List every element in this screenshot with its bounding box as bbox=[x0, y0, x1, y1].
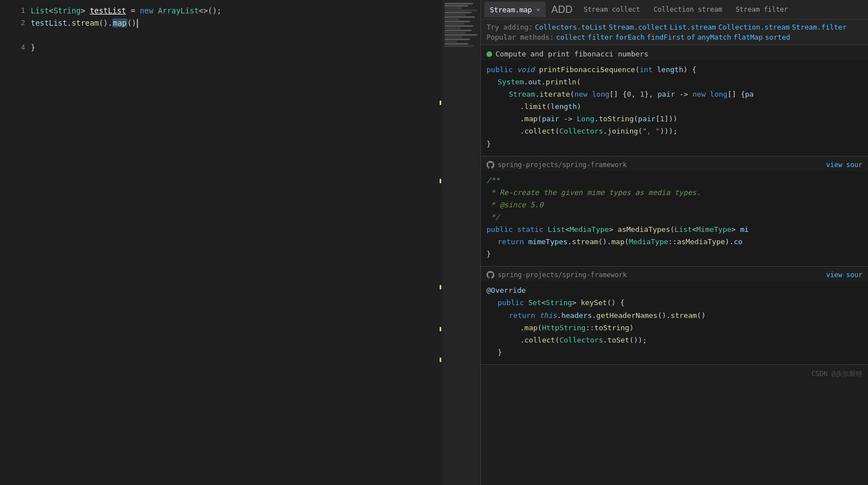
sugg-stream-filter[interactable]: Stream.filter bbox=[792, 23, 847, 31]
tab-stream-collect-label: Stream collect bbox=[584, 6, 640, 13]
search-panel: Stream.map × ADD Stream collect Collecti… bbox=[480, 0, 868, 485]
result-header-spring2: spring-projects/spring-framework view so… bbox=[481, 267, 868, 281]
sugg-list-stream[interactable]: List.stream bbox=[670, 23, 716, 31]
editor-panel: 1 List<String> testList = new ArrayList<… bbox=[0, 0, 480, 485]
result-block-spring2: spring-projects/spring-framework view so… bbox=[481, 267, 868, 365]
popular-methods-label: Popular methods: bbox=[487, 33, 554, 41]
repo-name-spring1: spring-projects/spring-framework bbox=[498, 161, 627, 169]
code-text-1: List<String> testList = new ArrayList<>(… bbox=[31, 4, 221, 17]
editor-content: 1 List<String> testList = new ArrayList<… bbox=[0, 0, 480, 58]
sugg-findfirst[interactable]: findFirst bbox=[647, 33, 685, 41]
sugg-filter[interactable]: filter bbox=[588, 33, 613, 41]
tab-collection-stream[interactable]: Collection stream bbox=[648, 2, 728, 17]
popular-methods-row: Popular methods: collect filter forEach … bbox=[487, 33, 862, 41]
sp1-line-4: */ bbox=[487, 211, 862, 224]
sp2-line-4: .map(HttpString::toString) bbox=[487, 322, 862, 334]
scroll-indicator-2 bbox=[440, 179, 441, 183]
add-tab-button[interactable]: ADD bbox=[548, 4, 576, 15]
result-title-fibonacci: Compute and print fibonacci numbers bbox=[495, 50, 648, 58]
sp2-line-6: } bbox=[487, 346, 862, 359]
sugg-foreach[interactable]: forEach bbox=[615, 33, 645, 41]
fib-line-7: } bbox=[487, 138, 862, 150]
sugg-sorted[interactable]: sorted bbox=[765, 33, 790, 41]
sugg-flatmap[interactable]: flatMap bbox=[733, 33, 763, 41]
sugg-collect[interactable]: collect bbox=[556, 33, 585, 41]
result-header-spring1: spring-projects/spring-framework view so… bbox=[481, 156, 868, 171]
tab-stream-collect[interactable]: Stream collect bbox=[578, 2, 646, 17]
sp2-line-3: return this.headers.getHeaderNames().str… bbox=[487, 310, 862, 322]
sugg-of[interactable]: of bbox=[687, 33, 695, 41]
code-line-1: 1 List<String> testList = new ArrayList<… bbox=[0, 4, 480, 17]
watermark: CSDN @步尔斯特 bbox=[481, 365, 868, 383]
github-icon-1 bbox=[487, 161, 494, 169]
code-line-3 bbox=[0, 29, 480, 41]
sp1-line-6: return mimeTypes.stream().map(MediaType:… bbox=[487, 236, 862, 248]
fib-line-4: .limit(length) bbox=[487, 101, 862, 113]
scroll-indicator-4 bbox=[440, 327, 441, 331]
tabs-row: Stream.map × ADD Stream collect Collecti… bbox=[481, 0, 868, 20]
sp2-line-2: public Set<String> keySet() { bbox=[487, 297, 862, 309]
green-dot-fibonacci bbox=[487, 51, 492, 57]
fib-line-5: .map(pair -> Long.toString(pair[1])) bbox=[487, 113, 862, 125]
sugg-stream-collect[interactable]: Stream.collect bbox=[609, 23, 667, 31]
scroll-indicator-3 bbox=[440, 285, 441, 289]
suggestions-area: Try adding: Collectors.toList Stream.col… bbox=[481, 20, 868, 45]
view-source-spring2[interactable]: view sour bbox=[826, 271, 862, 279]
sugg-anymatch[interactable]: anyMatch bbox=[698, 33, 731, 41]
sp2-line-1: @Override bbox=[487, 284, 862, 297]
code-text-4: } bbox=[31, 41, 35, 54]
tab-stream-map-close[interactable]: × bbox=[536, 6, 540, 13]
sp1-line-7: } bbox=[487, 248, 862, 260]
line-number-1: 1 bbox=[6, 4, 25, 17]
sp1-line-1: /** bbox=[487, 174, 862, 187]
sp1-line-2: * Re-create the given mime types as medi… bbox=[487, 187, 862, 199]
fib-line-1: public void printFibonacciSequence(int l… bbox=[487, 64, 862, 76]
github-icon-2 bbox=[487, 271, 494, 279]
code-line-2: 2 testList.stream().map() bbox=[0, 17, 480, 29]
line-number-4: 4 bbox=[6, 41, 25, 54]
scroll-indicator-1 bbox=[440, 101, 441, 105]
try-adding-row: Try adding: Collectors.toList Stream.col… bbox=[487, 23, 862, 31]
fib-line-2: System.out.println( bbox=[487, 76, 862, 88]
sp1-line-5: public static List<MediaType> asMediaTyp… bbox=[487, 224, 862, 236]
code-line-4: 4 } bbox=[0, 41, 480, 54]
line-number-2: 2 bbox=[6, 17, 25, 29]
minimap bbox=[442, 0, 480, 485]
view-source-spring1[interactable]: view sour bbox=[826, 161, 862, 169]
tab-stream-map[interactable]: Stream.map × bbox=[484, 2, 546, 17]
try-adding-label: Try adding: bbox=[487, 23, 533, 31]
sp2-line-5: .collect(Collectors.toSet()); bbox=[487, 334, 862, 346]
results-area[interactable]: Compute and print fibonacci numbers publ… bbox=[481, 45, 868, 485]
sp1-line-3: * @since 5.0 bbox=[487, 199, 862, 211]
scroll-indicator-5 bbox=[440, 358, 441, 362]
tab-collection-stream-label: Collection stream bbox=[654, 6, 722, 13]
fib-line-3: Stream.iterate(new long[] {0, 1}, pair -… bbox=[487, 88, 862, 101]
sugg-collectors-tolist[interactable]: Collectors.toList bbox=[535, 23, 607, 31]
repo-name-spring2: spring-projects/spring-framework bbox=[498, 271, 627, 279]
tab-stream-filter-label: Stream filter bbox=[736, 6, 788, 13]
code-block-spring2: @Override public Set<String> keySet() { … bbox=[481, 281, 868, 364]
fib-line-6: .collect(Collectors.joining(", "))); bbox=[487, 125, 862, 137]
tab-stream-filter[interactable]: Stream filter bbox=[730, 2, 794, 17]
code-block-fibonacci: public void printFibonacciSequence(int l… bbox=[481, 60, 868, 156]
result-header-fibonacci: Compute and print fibonacci numbers bbox=[481, 45, 868, 60]
result-block-spring1: spring-projects/spring-framework view so… bbox=[481, 156, 868, 267]
sugg-collection-stream[interactable]: Collection.stream bbox=[718, 23, 790, 31]
code-block-spring1: /** * Re-create the given mime types as … bbox=[481, 171, 868, 267]
result-block-fibonacci: Compute and print fibonacci numbers publ… bbox=[481, 45, 868, 156]
code-text-2: testList.stream().map() bbox=[31, 17, 138, 29]
tab-stream-map-label: Stream.map bbox=[490, 6, 532, 14]
